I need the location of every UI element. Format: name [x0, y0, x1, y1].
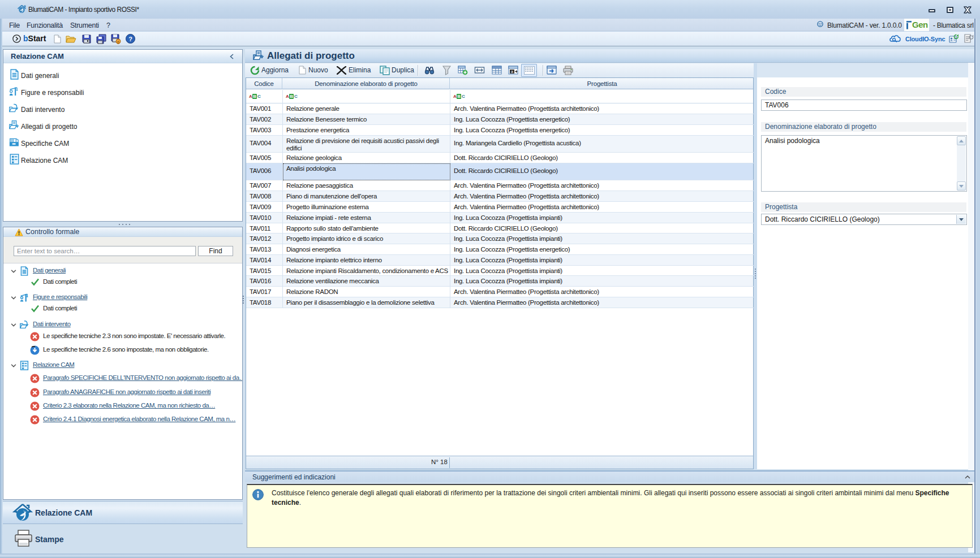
svg-text:?: ? [128, 36, 132, 42]
svg-text:a: a [511, 70, 513, 73]
